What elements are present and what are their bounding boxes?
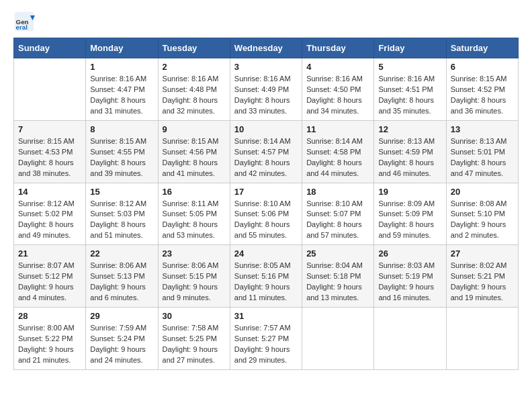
- day-number: 24: [234, 248, 298, 259]
- calendar-day-cell: 16Sunrise: 8:11 AM Sunset: 5:05 PM Dayli…: [158, 183, 230, 245]
- calendar-day-cell: 18Sunrise: 8:10 AM Sunset: 5:07 PM Dayli…: [302, 183, 374, 245]
- calendar-day-cell: 31Sunrise: 7:57 AM Sunset: 5:27 PM Dayli…: [230, 308, 302, 370]
- calendar-day-cell: 9Sunrise: 8:15 AM Sunset: 4:56 PM Daylig…: [158, 120, 230, 183]
- calendar-day-cell: 25Sunrise: 8:04 AM Sunset: 5:18 PM Dayli…: [302, 245, 374, 308]
- day-info: Sunrise: 8:16 AM Sunset: 4:50 PM Dayligh…: [306, 74, 369, 117]
- calendar-day-cell: 17Sunrise: 8:10 AM Sunset: 5:06 PM Dayli…: [230, 183, 302, 245]
- calendar-header-row: SundayMondayTuesdayWednesdayThursdayFrid…: [14, 38, 519, 58]
- day-info: Sunrise: 8:16 AM Sunset: 4:47 PM Dayligh…: [90, 74, 153, 117]
- day-info: Sunrise: 8:06 AM Sunset: 5:13 PM Dayligh…: [90, 261, 153, 304]
- day-number: 29: [90, 311, 153, 321]
- day-number: 19: [378, 187, 441, 197]
- day-number: 23: [163, 248, 226, 259]
- calendar-day-cell: 22Sunrise: 8:06 AM Sunset: 5:13 PM Dayli…: [86, 245, 158, 308]
- calendar-day-cell: 6Sunrise: 8:15 AM Sunset: 4:52 PM Daylig…: [446, 58, 518, 121]
- day-info: Sunrise: 7:59 AM Sunset: 5:24 PM Dayligh…: [90, 323, 153, 366]
- calendar-day-cell: 21Sunrise: 8:07 AM Sunset: 5:12 PM Dayli…: [14, 245, 86, 308]
- day-info: Sunrise: 8:10 AM Sunset: 5:07 PM Dayligh…: [306, 199, 369, 242]
- calendar-day-cell: 8Sunrise: 8:15 AM Sunset: 4:55 PM Daylig…: [86, 120, 158, 183]
- day-info: Sunrise: 8:09 AM Sunset: 5:09 PM Dayligh…: [378, 199, 441, 242]
- day-info: Sunrise: 8:05 AM Sunset: 5:16 PM Dayligh…: [234, 261, 298, 304]
- day-number: 28: [18, 311, 81, 321]
- day-of-week-header: Thursday: [302, 38, 374, 58]
- day-of-week-header: Monday: [86, 38, 158, 58]
- day-number: 21: [18, 248, 81, 259]
- day-of-week-header: Friday: [374, 38, 446, 58]
- calendar-day-cell: 30Sunrise: 7:58 AM Sunset: 5:25 PM Dayli…: [158, 308, 230, 370]
- calendar-day-cell: 20Sunrise: 8:08 AM Sunset: 5:10 PM Dayli…: [446, 183, 518, 245]
- calendar-week-row: 1Sunrise: 8:16 AM Sunset: 4:47 PM Daylig…: [14, 58, 519, 121]
- day-number: 11: [306, 124, 369, 134]
- calendar-day-cell: 14Sunrise: 8:12 AM Sunset: 5:02 PM Dayli…: [14, 183, 86, 245]
- header: Gen eral: [13, 11, 519, 32]
- calendar-day-cell: 10Sunrise: 8:14 AM Sunset: 4:57 PM Dayli…: [230, 120, 302, 183]
- day-number: 26: [378, 248, 441, 259]
- day-info: Sunrise: 8:13 AM Sunset: 5:01 PM Dayligh…: [451, 136, 514, 179]
- day-number: 6: [451, 62, 514, 72]
- day-info: Sunrise: 8:07 AM Sunset: 5:12 PM Dayligh…: [18, 261, 81, 304]
- day-number: 9: [163, 124, 226, 134]
- day-info: Sunrise: 8:15 AM Sunset: 4:56 PM Dayligh…: [163, 136, 226, 179]
- day-info: Sunrise: 7:58 AM Sunset: 5:25 PM Dayligh…: [163, 323, 226, 366]
- day-number: 25: [306, 248, 369, 259]
- day-info: Sunrise: 8:12 AM Sunset: 5:02 PM Dayligh…: [18, 199, 81, 242]
- calendar-day-cell: 3Sunrise: 8:16 AM Sunset: 4:49 PM Daylig…: [230, 58, 302, 121]
- day-number: 3: [234, 62, 298, 72]
- logo-icon: Gen eral: [13, 11, 35, 32]
- calendar-day-cell: 26Sunrise: 8:03 AM Sunset: 5:19 PM Dayli…: [374, 245, 446, 308]
- calendar-day-cell: 4Sunrise: 8:16 AM Sunset: 4:50 PM Daylig…: [302, 58, 374, 121]
- day-info: Sunrise: 8:12 AM Sunset: 5:03 PM Dayligh…: [90, 199, 153, 242]
- day-info: Sunrise: 8:08 AM Sunset: 5:10 PM Dayligh…: [451, 199, 514, 242]
- day-info: Sunrise: 8:03 AM Sunset: 5:19 PM Dayligh…: [378, 261, 441, 304]
- day-of-week-header: Wednesday: [230, 38, 302, 58]
- calendar-day-cell: 24Sunrise: 8:05 AM Sunset: 5:16 PM Dayli…: [230, 245, 302, 308]
- calendar-day-cell: 1Sunrise: 8:16 AM Sunset: 4:47 PM Daylig…: [86, 58, 158, 121]
- day-number: 20: [451, 187, 514, 197]
- calendar-day-cell: 27Sunrise: 8:02 AM Sunset: 5:21 PM Dayli…: [446, 245, 518, 308]
- day-number: 27: [451, 248, 514, 259]
- calendar-day-cell: 13Sunrise: 8:13 AM Sunset: 5:01 PM Dayli…: [446, 120, 518, 183]
- calendar-week-row: 21Sunrise: 8:07 AM Sunset: 5:12 PM Dayli…: [14, 245, 519, 308]
- day-number: 1: [90, 62, 153, 72]
- day-number: 10: [234, 124, 298, 134]
- day-info: Sunrise: 8:16 AM Sunset: 4:51 PM Dayligh…: [378, 74, 441, 117]
- day-number: 30: [163, 311, 226, 321]
- calendar-week-row: 14Sunrise: 8:12 AM Sunset: 5:02 PM Dayli…: [14, 183, 519, 245]
- calendar-day-cell: 23Sunrise: 8:06 AM Sunset: 5:15 PM Dayli…: [158, 245, 230, 308]
- calendar-day-cell: 28Sunrise: 8:00 AM Sunset: 5:22 PM Dayli…: [14, 308, 86, 370]
- day-info: Sunrise: 8:06 AM Sunset: 5:15 PM Dayligh…: [163, 261, 226, 304]
- day-info: Sunrise: 8:16 AM Sunset: 4:48 PM Dayligh…: [163, 74, 226, 117]
- day-of-week-header: Sunday: [14, 38, 86, 58]
- calendar-day-cell: 7Sunrise: 8:15 AM Sunset: 4:53 PM Daylig…: [14, 120, 86, 183]
- day-info: Sunrise: 8:14 AM Sunset: 4:58 PM Dayligh…: [306, 136, 369, 179]
- day-number: 13: [451, 124, 514, 134]
- calendar-day-cell: 5Sunrise: 8:16 AM Sunset: 4:51 PM Daylig…: [374, 58, 446, 121]
- day-number: 4: [306, 62, 369, 72]
- calendar-week-row: 28Sunrise: 8:00 AM Sunset: 5:22 PM Dayli…: [14, 308, 519, 370]
- day-info: Sunrise: 8:15 AM Sunset: 4:53 PM Dayligh…: [18, 136, 81, 179]
- day-number: 18: [306, 187, 369, 197]
- day-info: Sunrise: 8:14 AM Sunset: 4:57 PM Dayligh…: [234, 136, 298, 179]
- day-info: Sunrise: 8:16 AM Sunset: 4:49 PM Dayligh…: [234, 74, 298, 117]
- calendar-day-cell: 12Sunrise: 8:13 AM Sunset: 4:59 PM Dayli…: [374, 120, 446, 183]
- day-number: 5: [378, 62, 441, 72]
- day-info: Sunrise: 8:00 AM Sunset: 5:22 PM Dayligh…: [18, 323, 81, 366]
- day-of-week-header: Tuesday: [158, 38, 230, 58]
- calendar-day-cell: 11Sunrise: 8:14 AM Sunset: 4:58 PM Dayli…: [302, 120, 374, 183]
- calendar-day-cell: 29Sunrise: 7:59 AM Sunset: 5:24 PM Dayli…: [86, 308, 158, 370]
- calendar-day-cell: 15Sunrise: 8:12 AM Sunset: 5:03 PM Dayli…: [86, 183, 158, 245]
- calendar-table: SundayMondayTuesdayWednesdayThursdayFrid…: [13, 38, 519, 370]
- logo: Gen eral: [13, 11, 38, 32]
- calendar-day-cell: [374, 308, 446, 370]
- calendar-day-cell: 2Sunrise: 8:16 AM Sunset: 4:48 PM Daylig…: [158, 58, 230, 121]
- day-info: Sunrise: 8:11 AM Sunset: 5:05 PM Dayligh…: [163, 199, 226, 242]
- day-number: 7: [18, 124, 81, 134]
- day-number: 31: [234, 311, 298, 321]
- day-info: Sunrise: 8:15 AM Sunset: 4:55 PM Dayligh…: [90, 136, 153, 179]
- calendar-day-cell: [14, 58, 86, 121]
- day-number: 17: [234, 187, 298, 197]
- day-number: 14: [18, 187, 81, 197]
- calendar-day-cell: 19Sunrise: 8:09 AM Sunset: 5:09 PM Dayli…: [374, 183, 446, 245]
- day-info: Sunrise: 7:57 AM Sunset: 5:27 PM Dayligh…: [234, 323, 298, 366]
- day-number: 12: [378, 124, 441, 134]
